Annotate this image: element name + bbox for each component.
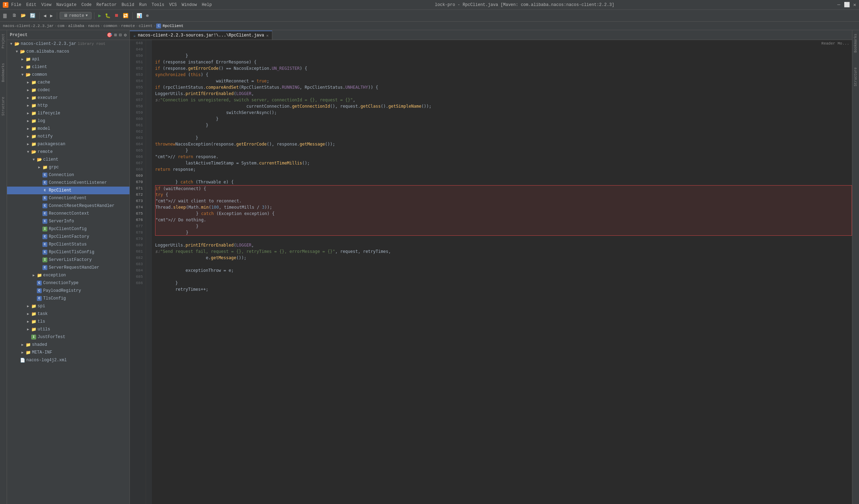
tree-arrow[interactable]: [36, 219, 42, 224]
tree-item[interactable]: 📄nacos-log4j2.xml: [7, 356, 129, 364]
tree-item[interactable]: ▼📂common: [7, 71, 129, 79]
tree-item[interactable]: ▶📁log: [7, 117, 129, 125]
tree-arrow[interactable]: [36, 265, 42, 270]
tree-item[interactable]: ▶📁http: [7, 102, 129, 109]
breadcrumb-item-rpcclient[interactable]: RpcClient: [162, 24, 183, 28]
sidebar-btn-collapse[interactable]: ⊟: [119, 32, 122, 38]
tree-item[interactable]: ▼📂nacos-client-2.2.3.jarlibrary root: [7, 40, 129, 48]
tree-arrow[interactable]: ▶: [25, 80, 31, 85]
tree-arrow[interactable]: [36, 172, 42, 178]
tree-arrow[interactable]: ▶: [20, 350, 25, 355]
tree-item[interactable]: ▶📁api: [7, 55, 129, 63]
close-btn[interactable]: ✕: [853, 2, 856, 8]
menu-item-run[interactable]: Run: [139, 2, 147, 7]
tree-item[interactable]: ▶📁packagescan: [7, 140, 129, 148]
tree-arrow[interactable]: [36, 249, 42, 255]
tree-arrow[interactable]: ▼: [20, 72, 25, 78]
sidebar-btn-gear[interactable]: ⚙: [124, 32, 127, 38]
tree-arrow[interactable]: ▼: [8, 41, 14, 47]
tree-item[interactable]: ▼📂com.alibaba.nacos: [7, 48, 129, 55]
toolbar-btn-back[interactable]: ◀: [42, 12, 48, 19]
toolbar-btn-debug[interactable]: 🐛: [104, 12, 112, 19]
menu-bar[interactable]: FileEditViewNavigateCodeRefactorBuildRun…: [11, 2, 212, 7]
tree-arrow[interactable]: [36, 226, 42, 232]
tree-item[interactable]: ▶📁shaded: [7, 341, 129, 349]
sidebar-btn-expand[interactable]: ⊞: [114, 32, 117, 38]
breadcrumb-item-jar[interactable]: nacos-client-2.2.3.jar: [3, 24, 54, 28]
tree-item[interactable]: CTlsConfig: [7, 295, 129, 302]
tree-arrow[interactable]: [25, 334, 31, 340]
breadcrumb-item-remote[interactable]: remote: [121, 24, 135, 28]
tree-arrow[interactable]: [36, 242, 42, 247]
menu-item-build[interactable]: Build: [121, 2, 134, 7]
tree-arrow[interactable]: ▶: [25, 103, 31, 108]
menu-item-navigate[interactable]: Navigate: [56, 2, 76, 7]
tree-item[interactable]: ▶📁exception: [7, 271, 129, 279]
breadcrumb-item-common[interactable]: common: [104, 24, 118, 28]
tree-arrow[interactable]: [31, 280, 36, 286]
menu-item-refactor[interactable]: Refactor: [96, 2, 117, 7]
menu-item-window[interactable]: Window: [182, 2, 197, 7]
tree-arrow[interactable]: [36, 180, 42, 186]
left-tab-bookmarks[interactable]: Bookmarks: [1, 61, 6, 84]
tree-item[interactable]: CConnectResetRequestHandler: [7, 202, 129, 210]
tree-arrow[interactable]: ▶: [25, 126, 31, 132]
tree-item[interactable]: CRpcClientStatus: [7, 241, 129, 248]
toolbar-btn-new[interactable]: 🗎: [11, 12, 18, 19]
menu-item-tools[interactable]: Tools: [152, 2, 164, 7]
tree-item[interactable]: CConnectionEvent: [7, 194, 129, 202]
tree-arrow[interactable]: ▶: [31, 273, 36, 278]
tree-item[interactable]: ▶📁lifecycle: [7, 109, 129, 117]
tree-arrow[interactable]: [14, 357, 20, 363]
tree-arrow[interactable]: ▶: [20, 64, 25, 70]
tree-item[interactable]: CConnection: [7, 171, 129, 179]
maximize-btn[interactable]: ⬜: [844, 2, 850, 8]
editor-tab-0[interactable]: ☕ nacos-client-2.2.3-sources.jar!\...\Rp…: [130, 31, 272, 40]
tree-item[interactable]: CRpcClientFactory: [7, 233, 129, 241]
tree-item[interactable]: ▶📁task: [7, 310, 129, 318]
toolbar-btn-coverage[interactable]: 📊: [135, 12, 144, 19]
tree-arrow[interactable]: [36, 234, 42, 240]
menu-item-vcs[interactable]: VCS: [169, 2, 177, 7]
toolbar-btn-profile[interactable]: ⊗: [145, 12, 150, 19]
tree-arrow[interactable]: ▼: [31, 157, 36, 162]
tree-arrow[interactable]: ▶: [25, 319, 31, 324]
minimize-btn[interactable]: —: [837, 2, 840, 8]
tree-arrow[interactable]: ▼: [25, 149, 31, 155]
toolbar-btn-open[interactable]: 📂: [19, 12, 27, 19]
tree-arrow[interactable]: [31, 288, 36, 294]
toolbar-btn-refresh[interactable]: 🔄: [28, 12, 37, 19]
tree-item[interactable]: ▶📁executor: [7, 94, 129, 102]
menu-item-view[interactable]: View: [41, 2, 52, 7]
tree-item[interactable]: IJustForTest: [7, 333, 129, 341]
right-tab-structure[interactable]: Structure: [853, 65, 858, 88]
tree-item[interactable]: ▶📁grpc: [7, 163, 129, 171]
tree-arrow[interactable]: ▶: [25, 118, 31, 124]
tree-arrow[interactable]: ▶: [25, 141, 31, 147]
tree-arrow[interactable]: ▼: [14, 49, 20, 54]
tree-item[interactable]: ▶📁tls: [7, 318, 129, 325]
menu-item-help[interactable]: Help: [202, 2, 212, 7]
menu-item-edit[interactable]: Edit: [26, 2, 36, 7]
tree-item[interactable]: CConnectionType: [7, 279, 129, 287]
tree-arrow[interactable]: ▶: [25, 95, 31, 101]
tree-item[interactable]: IServerListFactory: [7, 256, 129, 264]
left-tab-structure[interactable]: Structure: [1, 95, 6, 118]
tree-arrow[interactable]: [36, 203, 42, 209]
tree-arrow[interactable]: ▶: [20, 342, 25, 348]
tree-arrow[interactable]: [31, 296, 36, 301]
tree-arrow[interactable]: ▶: [25, 311, 31, 317]
menu-item-code[interactable]: Code: [81, 2, 92, 7]
tree-arrow[interactable]: ▶: [25, 327, 31, 332]
tree-item[interactable]: ▶📁utils: [7, 325, 129, 333]
menu-item-file[interactable]: File: [11, 2, 21, 7]
right-tab-bookmarks[interactable]: Bookmarks: [853, 32, 858, 55]
tree-item[interactable]: CServerRequestHandler: [7, 264, 129, 271]
tree-arrow[interactable]: ▶: [36, 164, 42, 170]
tree-item[interactable]: ▼📂remote: [7, 148, 129, 156]
breadcrumb-item-com[interactable]: com: [58, 24, 65, 28]
tree-arrow[interactable]: ▶: [25, 303, 31, 309]
tree-arrow[interactable]: ▶: [20, 56, 25, 62]
toolbar-btn-forward[interactable]: ▶: [49, 12, 54, 19]
breadcrumb-item-nacos[interactable]: nacos: [88, 24, 100, 28]
